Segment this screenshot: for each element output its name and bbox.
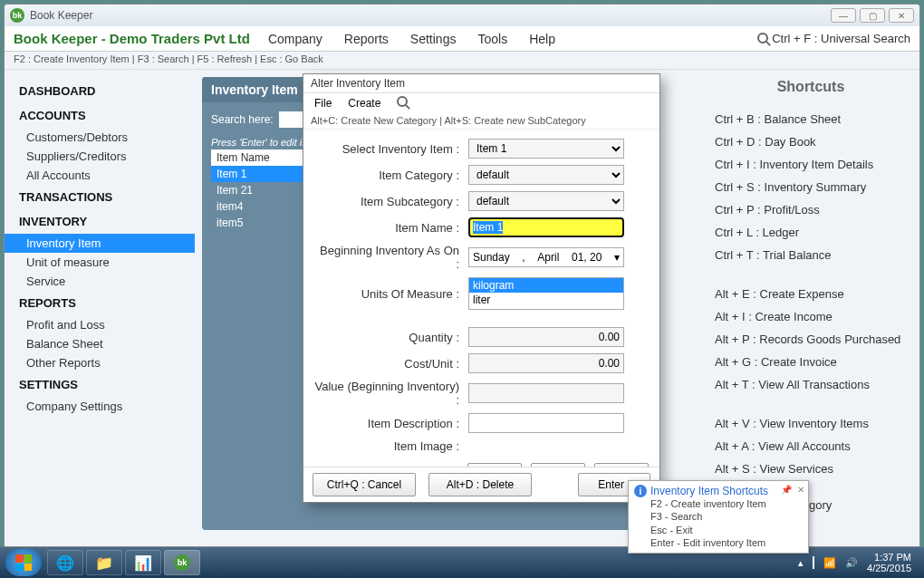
quantity-input[interactable]: [468, 327, 624, 347]
sidebar-other-reports[interactable]: Other Reports: [5, 353, 195, 372]
uom-option[interactable]: kilogram: [469, 278, 623, 293]
label-cost: Cost/Unit :: [314, 357, 468, 371]
shortcut-item[interactable]: Alt + P : Records Goods Purchased: [715, 328, 907, 351]
shortcut-item[interactable]: Ctrl + B : Balance Sheet: [715, 108, 907, 130]
window-title: Book Keeper: [30, 9, 827, 22]
tooltip-line: Esc - Exit: [634, 524, 803, 536]
shortcut-help-bar: F2 : Create Inventory Item | F3 : Search…: [5, 52, 919, 70]
menu-reports[interactable]: Reports: [344, 32, 389, 46]
taskbar-clock[interactable]: 1:37 PM 4/25/2015: [867, 552, 911, 573]
dialog-action-row: Ctrl+Q : Cancel Alt+D : Delete Enter :: [303, 467, 659, 502]
shortcut-item[interactable]: Alt + I : Create Income: [715, 305, 907, 328]
menu-help[interactable]: Help: [529, 32, 555, 46]
uom-listbox[interactable]: kilogram liter: [468, 277, 624, 310]
menu-settings[interactable]: Settings: [410, 32, 457, 46]
shortcut-item[interactable]: Ctrl + L : Ledger: [715, 221, 907, 244]
search-hint-text: Ctrl + F : Universal Search: [772, 32, 910, 45]
close-button[interactable]: ✕: [889, 8, 914, 23]
universal-search[interactable]: Ctrl + F : Universal Search: [757, 32, 910, 46]
sidebar-settings[interactable]: SETTINGS: [5, 372, 195, 397]
start-button[interactable]: [5, 549, 42, 576]
close-icon[interactable]: ✕: [797, 485, 804, 495]
shortcuts-title: Shortcuts: [715, 79, 907, 95]
select-category[interactable]: default: [468, 165, 624, 185]
shortcut-item[interactable]: Ctrl + T : Trial Balance: [715, 244, 907, 266]
sidebar-pl[interactable]: Profit and Loss: [5, 315, 195, 334]
clock-time: 1:37 PM: [867, 552, 911, 563]
tray-action-center-icon[interactable]: [813, 557, 814, 568]
taskbar-ie-icon[interactable]: 🌐: [47, 550, 83, 575]
uom-option[interactable]: liter: [469, 293, 623, 307]
label-image: Item Image :: [314, 439, 468, 453]
sidebar-company-settings[interactable]: Company Settings: [5, 397, 195, 416]
cost-input[interactable]: [468, 353, 624, 373]
label-category: Item Category :: [314, 169, 468, 182]
tooltip-line: F2 - Create inventory Item: [634, 497, 803, 510]
date-day: Sunday: [473, 251, 510, 264]
sidebar: DASHBOARD ACCOUNTS Customers/Debtors Sup…: [5, 70, 195, 546]
tooltip-title: i Inventory Item Shortcuts: [634, 485, 803, 497]
system-tray: ▴ 📶 🔊 1:37 PM 4/25/2015: [798, 552, 919, 573]
beginning-date-picker[interactable]: Sunday, April 01, 20 ▾: [468, 247, 624, 267]
sidebar-bs[interactable]: Balance Sheet: [5, 334, 195, 353]
taskbar-bookkeeper-icon[interactable]: bk: [164, 550, 200, 575]
dialog-menu-file[interactable]: File: [314, 97, 332, 110]
label-desc: Item Description :: [314, 417, 468, 430]
info-icon: i: [634, 485, 647, 497]
shortcut-item[interactable]: Alt + E : Create Expense: [715, 283, 907, 305]
shortcut-item[interactable]: Ctrl + S : Inventory Summary: [715, 176, 907, 198]
dialog-menu: File Create: [303, 93, 659, 112]
value-display: [468, 383, 624, 403]
dialog-form: Select Inventory Item : Item 1 Item Cate…: [303, 130, 659, 467]
sidebar-reports[interactable]: REPORTS: [5, 291, 195, 315]
delete-button[interactable]: Alt+D : Delete: [428, 473, 532, 496]
tooltip-line: Enter - Edit inventory Item: [634, 536, 803, 549]
description-input[interactable]: [468, 413, 624, 433]
tray-network-icon[interactable]: 📶: [823, 557, 836, 569]
shortcut-item[interactable]: Alt + S : View Services: [715, 458, 907, 480]
taskbar-explorer-icon[interactable]: 📁: [86, 550, 122, 575]
minimize-button[interactable]: —: [831, 8, 856, 23]
dialog-title: Alter Inventory Item: [303, 74, 659, 93]
tray-chevron-icon[interactable]: ▴: [798, 557, 804, 569]
taskbar-app1-icon[interactable]: 📊: [125, 550, 161, 575]
label-subcategory: Item Subcategory :: [314, 195, 468, 208]
search-icon[interactable]: [397, 96, 408, 110]
dialog-menu-create[interactable]: Create: [348, 97, 380, 110]
menu-tools[interactable]: Tools: [477, 32, 507, 46]
alter-inventory-dialog: Alter Inventory Item File Create Alt+C: …: [303, 73, 660, 503]
shortcut-item[interactable]: Ctrl + I : Inventory Item Details: [715, 153, 907, 176]
tray-volume-icon[interactable]: 🔊: [845, 557, 858, 569]
shortcut-item[interactable]: Alt + T : View All Transactions: [715, 373, 907, 396]
sidebar-inventory-item[interactable]: Inventory Item: [5, 234, 195, 253]
label-uom: Units Of Measure :: [314, 287, 468, 301]
cancel-button[interactable]: Ctrl+Q : Cancel: [313, 473, 416, 496]
sidebar-suppliers[interactable]: Suppliers/Creditors: [5, 147, 195, 166]
shortcut-item[interactable]: Alt + V : View Inventory Items: [715, 412, 907, 435]
header: Book Keeper - Demo Traders Pvt Ltd Compa…: [5, 26, 919, 52]
select-inventory-item[interactable]: Item 1: [468, 139, 624, 159]
shortcut-item[interactable]: Alt + A : View All Accounts: [715, 435, 907, 458]
label-qty: Quantity :: [314, 331, 468, 344]
sidebar-dashboard[interactable]: DASHBOARD: [5, 79, 195, 103]
search-here-label: Search here:: [211, 113, 274, 126]
item-name-input[interactable]: [468, 217, 624, 237]
sidebar-customers[interactable]: Customers/Debtors: [5, 128, 195, 147]
shortcut-item[interactable]: Ctrl + D : Day Book: [715, 130, 907, 153]
select-subcategory[interactable]: default: [468, 191, 624, 211]
date-month: April: [537, 251, 559, 264]
sidebar-inventory[interactable]: INVENTORY: [5, 209, 195, 234]
menu-company[interactable]: Company: [268, 32, 322, 46]
shortcut-item[interactable]: Alt + G : Create Invoice: [715, 351, 907, 373]
sidebar-transactions[interactable]: TRANSACTIONS: [5, 185, 195, 209]
date-rest: 01, 20: [572, 251, 602, 264]
sidebar-uom[interactable]: Unit of measure: [5, 253, 195, 272]
app-icon: bk: [10, 8, 24, 23]
shortcut-item[interactable]: Ctrl + P : Profit/Loss: [715, 198, 907, 221]
maximize-button[interactable]: ▢: [860, 8, 885, 23]
pin-icon[interactable]: 📌: [781, 485, 792, 495]
label-value: Value (Beginning Inventory) :: [314, 380, 468, 407]
sidebar-all-accounts[interactable]: All Accounts: [5, 166, 195, 185]
sidebar-service[interactable]: Service: [5, 272, 195, 291]
sidebar-accounts[interactable]: ACCOUNTS: [5, 103, 195, 128]
